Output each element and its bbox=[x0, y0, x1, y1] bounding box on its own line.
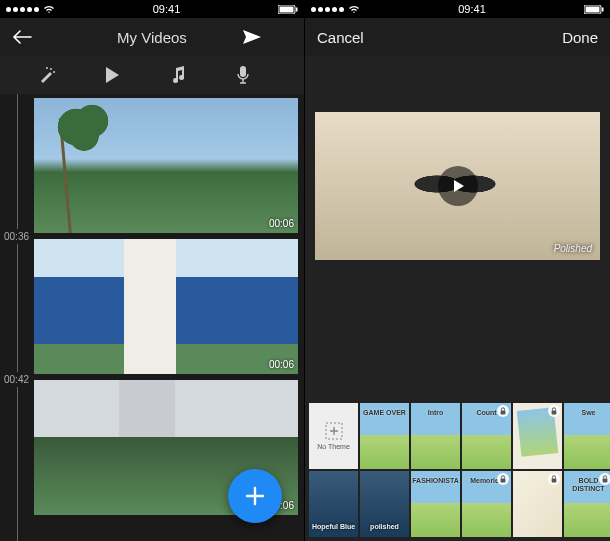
status-bar: 09:41 bbox=[0, 0, 304, 18]
microphone-icon bbox=[236, 65, 250, 85]
nav-bar: Cancel Done bbox=[305, 18, 610, 56]
status-bar: 09:41 bbox=[305, 0, 610, 18]
send-icon bbox=[242, 29, 262, 45]
page-title: My Videos bbox=[117, 29, 187, 46]
themes-grid: No ThemeGAME OVERIntroCountSweHopeful Bl… bbox=[309, 403, 610, 537]
send-button[interactable] bbox=[242, 29, 292, 45]
lock-icon bbox=[601, 475, 609, 483]
theme-item[interactable]: Count bbox=[462, 403, 511, 469]
play-icon bbox=[104, 66, 120, 84]
wifi-icon bbox=[43, 5, 55, 14]
time-mark: 00:42 bbox=[4, 372, 29, 387]
clip-item[interactable]: 00:06 bbox=[34, 98, 298, 233]
theme-item[interactable] bbox=[513, 403, 562, 469]
theme-lock-badge bbox=[599, 473, 610, 485]
theme-label: GAME OVER bbox=[360, 409, 409, 417]
theme-item[interactable]: No Theme bbox=[309, 403, 358, 469]
effects-button[interactable] bbox=[38, 66, 68, 84]
clip-duration: 00:06 bbox=[269, 218, 294, 229]
svg-point-5 bbox=[46, 67, 48, 69]
music-note-icon bbox=[170, 66, 186, 84]
svg-rect-13 bbox=[501, 479, 506, 483]
status-time: 09:41 bbox=[458, 3, 486, 15]
clip-item[interactable]: 00:06 bbox=[34, 239, 298, 374]
time-mark: 00:36 bbox=[4, 229, 29, 244]
add-clip-button[interactable] bbox=[228, 469, 282, 523]
video-preview[interactable]: Polished bbox=[315, 112, 600, 260]
svg-rect-9 bbox=[602, 7, 604, 11]
plus-icon bbox=[243, 484, 267, 508]
nav-bar: My Videos bbox=[0, 18, 304, 56]
preview-theme-label: Polished bbox=[554, 243, 592, 254]
theme-item[interactable] bbox=[513, 471, 562, 537]
svg-rect-11 bbox=[501, 411, 506, 415]
add-theme-icon bbox=[325, 422, 343, 440]
theme-item[interactable]: Memories bbox=[462, 471, 511, 537]
theme-label: Hopeful Blue bbox=[309, 523, 358, 531]
signal-dots-icon bbox=[6, 7, 39, 12]
lock-icon bbox=[550, 407, 558, 415]
toolbar bbox=[0, 56, 304, 94]
theme-item[interactable]: Swe bbox=[564, 403, 610, 469]
theme-lock-badge bbox=[497, 473, 509, 485]
theme-lock-badge bbox=[497, 405, 509, 417]
battery-icon bbox=[584, 5, 604, 14]
theme-label: polished bbox=[360, 523, 409, 531]
theme-label: Swe bbox=[564, 409, 610, 417]
music-button[interactable] bbox=[170, 66, 200, 84]
back-arrow-icon bbox=[12, 30, 32, 44]
cancel-button[interactable]: Cancel bbox=[317, 29, 367, 46]
clip-duration: 00:06 bbox=[269, 359, 294, 370]
svg-rect-1 bbox=[280, 6, 294, 12]
theme-pane: 09:41 Cancel Done Polished No ThemeGAME … bbox=[305, 0, 610, 541]
magic-wand-icon bbox=[38, 66, 56, 84]
svg-point-4 bbox=[53, 71, 55, 73]
lock-icon bbox=[550, 475, 558, 483]
time-rail: 00:36 00:42 bbox=[0, 94, 34, 541]
back-button[interactable] bbox=[12, 30, 62, 44]
theme-label: FASHIONISTA bbox=[411, 477, 460, 485]
theme-item[interactable]: FASHIONISTA bbox=[411, 471, 460, 537]
editor-pane: 09:41 My Videos 00:36 00:42 bbox=[0, 0, 305, 541]
theme-label: Intro bbox=[411, 409, 460, 417]
theme-lock-badge bbox=[548, 405, 560, 417]
theme-item[interactable]: Hopeful Blue bbox=[309, 471, 358, 537]
theme-item[interactable]: polished bbox=[360, 471, 409, 537]
svg-rect-2 bbox=[296, 7, 298, 11]
theme-item[interactable]: Intro bbox=[411, 403, 460, 469]
theme-item[interactable]: GAME OVER bbox=[360, 403, 409, 469]
theme-item[interactable]: BOLD DISTINCT bbox=[564, 471, 610, 537]
status-time: 09:41 bbox=[153, 3, 181, 15]
theme-lock-badge bbox=[548, 473, 560, 485]
signal-dots-icon bbox=[311, 7, 344, 12]
play-overlay-button[interactable] bbox=[438, 166, 478, 206]
lock-icon bbox=[499, 475, 507, 483]
svg-rect-6 bbox=[240, 66, 246, 77]
svg-rect-15 bbox=[603, 479, 608, 483]
theme-body: Polished No ThemeGAME OVERIntroCountSweH… bbox=[305, 56, 610, 541]
done-button[interactable]: Done bbox=[548, 29, 598, 46]
wifi-icon bbox=[348, 5, 360, 14]
battery-icon bbox=[278, 5, 298, 14]
svg-rect-8 bbox=[586, 6, 600, 12]
play-button[interactable] bbox=[104, 66, 134, 84]
play-icon bbox=[450, 178, 466, 194]
svg-rect-14 bbox=[552, 479, 557, 483]
theme-label: No Theme bbox=[317, 443, 350, 450]
voice-button[interactable] bbox=[236, 65, 266, 85]
svg-rect-12 bbox=[552, 411, 557, 415]
svg-point-3 bbox=[50, 68, 52, 70]
lock-icon bbox=[499, 407, 507, 415]
